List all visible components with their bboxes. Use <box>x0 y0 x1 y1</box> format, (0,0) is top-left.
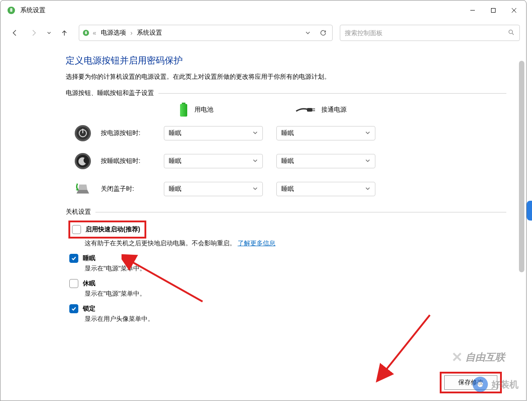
fast-startup-label: 启用快速启动(推荐) <box>86 225 140 234</box>
chevron-down-icon <box>252 158 258 165</box>
watermark-1: ✕自由互联 <box>451 349 505 365</box>
breadcrumb-parent[interactable]: 电源选项 <box>99 28 128 38</box>
sleep-button-battery-dropdown[interactable]: 睡眠 <box>164 154 263 168</box>
hibernate-label: 休眠 <box>83 279 95 288</box>
lock-desc: 显示在用户头像菜单中。 <box>85 315 506 323</box>
fast-startup-checkbox[interactable] <box>72 225 81 234</box>
sleep-desc: 显示在"电源"菜单中。 <box>85 265 506 273</box>
power-button-icon <box>74 124 92 142</box>
page-description: 选择要为你的计算机设置的电源设置。在此页上对设置所做的更改将应用于你所有的电源计… <box>66 73 506 81</box>
shutdown-section-label: 关机设置 <box>66 208 91 216</box>
back-button[interactable] <box>7 25 23 41</box>
app-icon <box>7 6 16 15</box>
refresh-button[interactable] <box>317 27 329 39</box>
chevron-down-icon <box>365 130 370 137</box>
svg-rect-1 <box>10 8 13 12</box>
fast-startup-desc: 这有助于在关机之后更快地启动电脑。不会影响重启。 <box>85 239 236 247</box>
battery-icon <box>178 102 189 118</box>
sleep-checkbox[interactable] <box>69 254 78 263</box>
power-button-plugged-dropdown[interactable]: 睡眠 <box>276 126 375 140</box>
chevron-down-icon <box>252 130 258 137</box>
divider <box>95 212 506 212</box>
lid-label: 关闭盖子时: <box>101 185 164 193</box>
window-title: 系统设置 <box>20 6 45 14</box>
svg-rect-12 <box>180 104 187 117</box>
recent-locations-button[interactable] <box>45 25 54 41</box>
search-input[interactable] <box>345 29 508 36</box>
sleep-button-plugged-dropdown[interactable]: 睡眠 <box>276 154 375 168</box>
address-bar[interactable]: « 电源选项 › 系统设置 <box>79 25 333 41</box>
forward-button[interactable] <box>26 25 42 41</box>
learn-more-link[interactable]: 了解更多信息 <box>238 239 275 247</box>
search-box[interactable] <box>340 25 520 41</box>
buttons-section-label: 电源按钮、睡眠按钮和盖子设置 <box>66 89 154 97</box>
hibernate-checkbox[interactable] <box>69 279 78 288</box>
sleep-button-label: 按睡眠按钮时: <box>101 157 164 165</box>
svg-line-9 <box>512 33 514 35</box>
vertical-scrollbar[interactable] <box>519 61 524 385</box>
sleep-label: 睡眠 <box>83 254 95 262</box>
up-button[interactable] <box>56 25 72 41</box>
location-icon <box>82 29 90 37</box>
chevron-down-icon <box>365 185 370 193</box>
power-button-label: 按电源按钮时: <box>101 129 164 137</box>
browser-extension-bubble[interactable] <box>527 201 532 221</box>
breadcrumb-current[interactable]: 系统设置 <box>135 28 164 38</box>
history-dropdown-button[interactable] <box>302 27 314 39</box>
minimize-button[interactable] <box>462 4 483 17</box>
hibernate-desc: 显示在"电源"菜单中。 <box>85 290 506 298</box>
page-title: 定义电源按钮并启用密码保护 <box>66 54 506 67</box>
svg-rect-3 <box>491 9 496 13</box>
column-battery-label: 用电池 <box>194 106 213 114</box>
annotation-highlight-fast-startup: 启用快速启动(推荐) <box>68 221 146 239</box>
scrollbar-thumb[interactable] <box>519 61 524 272</box>
svg-rect-13 <box>307 108 312 112</box>
maximize-button[interactable] <box>483 4 504 17</box>
search-icon[interactable] <box>508 29 515 37</box>
close-button[interactable] <box>504 4 524 17</box>
lid-battery-dropdown[interactable]: 睡眠 <box>164 182 263 196</box>
chevron-down-icon <box>365 158 370 165</box>
lock-checkbox[interactable] <box>69 304 78 313</box>
svg-rect-7 <box>85 31 87 34</box>
sleep-button-icon <box>74 152 92 170</box>
lid-plugged-dropdown[interactable]: 睡眠 <box>276 182 375 196</box>
lock-label: 锁定 <box>83 305 95 313</box>
svg-point-8 <box>509 30 513 33</box>
watermark-2: 好装机 <box>473 377 518 392</box>
plug-icon <box>295 106 316 114</box>
power-button-battery-dropdown[interactable]: 睡眠 <box>164 126 263 140</box>
lid-icon <box>74 180 92 198</box>
divider <box>158 93 506 94</box>
column-plugged-label: 接通电源 <box>321 106 347 114</box>
chevron-down-icon <box>252 185 258 193</box>
chevron-right-icon: › <box>131 29 133 36</box>
breadcrumb-prefix: « <box>93 29 96 36</box>
